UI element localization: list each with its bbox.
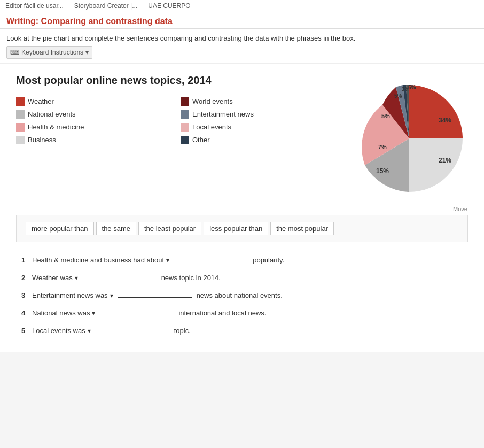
sentence-4-number: 4 bbox=[21, 309, 30, 317]
tab-editor: Editor fácil de usar... bbox=[5, 2, 64, 10]
sentence-4-drop-target[interactable] bbox=[99, 306, 174, 315]
national-events-color-box bbox=[16, 110, 25, 119]
page-title-bar: Writing: Comparing and contrasting data bbox=[0, 12, 484, 29]
other-label: Other bbox=[192, 136, 210, 144]
business-color-box bbox=[16, 136, 25, 144]
sentence-2-part1: Weather was bbox=[32, 274, 73, 282]
phrase-more-popular-than[interactable]: more popular than bbox=[26, 222, 94, 235]
entertainment-label: Entertainment news bbox=[192, 110, 254, 118]
phrase-bank: Move more popular than the same the leas… bbox=[16, 215, 468, 242]
world-events-label: World events bbox=[192, 97, 233, 105]
chart-title: Most popular online news topics, 2014 bbox=[16, 74, 334, 87]
sentence-1-part1: Health & medicine and business had about bbox=[32, 256, 164, 264]
local-events-color-box bbox=[181, 123, 189, 132]
chart-legend: Weather World events National events Ent… bbox=[16, 97, 334, 144]
pie-chart-svg: 34% 21% 15% 7% 5% 5% 3% 5% bbox=[350, 80, 468, 203]
sentence-5-part2: topic. bbox=[174, 327, 191, 335]
sentence-3-number: 3 bbox=[21, 291, 30, 299]
business-label: Business bbox=[28, 136, 56, 144]
sentences-section: 1 Health & medicine and business had abo… bbox=[16, 253, 468, 335]
label-34: 34% bbox=[439, 117, 451, 124]
sentence-1-dropdown-arrow[interactable]: ▾ bbox=[166, 257, 169, 264]
tab-uae: UAE CUERPO bbox=[148, 2, 190, 10]
top-bar: Editor fácil de usar... Storyboard Creat… bbox=[0, 0, 484, 12]
tab-storyboard: Storyboard Creator |... bbox=[74, 2, 138, 10]
sentence-row-3: 3 Entertainment news was ▾ news about na… bbox=[21, 288, 463, 299]
sentence-5-number: 5 bbox=[21, 327, 30, 335]
sentence-4-dropdown-arrow[interactable]: ▾ bbox=[92, 310, 95, 317]
sentence-2-part2: news topic in 2014. bbox=[161, 274, 221, 282]
legend-health: Health & medicine bbox=[16, 123, 170, 132]
sentence-3-drop-target[interactable] bbox=[118, 288, 192, 298]
local-events-label: Local events bbox=[192, 123, 231, 131]
legend-weather: Weather bbox=[16, 97, 170, 106]
label-5a: 5% bbox=[381, 113, 390, 119]
keyboard-instructions-toggle[interactable]: ⌨ Keyboard Instructions ▾ bbox=[6, 46, 92, 59]
entertainment-color-box bbox=[181, 110, 189, 119]
sentence-5-drop-target[interactable] bbox=[95, 323, 170, 333]
other-color-box bbox=[181, 136, 189, 144]
weather-color-box bbox=[16, 97, 25, 106]
phrase-less-popular-than[interactable]: less popular than bbox=[204, 222, 268, 235]
keyboard-icon: ⌨ bbox=[10, 48, 19, 57]
sentence-1-drop-target[interactable] bbox=[174, 253, 248, 262]
sentence-1-number: 1 bbox=[21, 256, 30, 264]
sentence-row-5: 5 Local events was ▾ topic. bbox=[21, 323, 463, 335]
phrase-least-popular[interactable]: the least popular bbox=[138, 222, 201, 235]
sentence-5-part1: Local events was bbox=[32, 327, 85, 335]
sentence-3-part1: Entertainment news was bbox=[32, 291, 108, 299]
health-color-box bbox=[16, 123, 25, 132]
label-7: 7% bbox=[378, 144, 387, 150]
legend-world-events: World events bbox=[181, 97, 334, 106]
chevron-down-icon: ▾ bbox=[85, 48, 89, 57]
chart-left: Most popular online news topics, 2014 We… bbox=[16, 74, 334, 144]
sentence-2-number: 2 bbox=[21, 274, 30, 282]
national-events-label: National events bbox=[28, 110, 76, 118]
sentence-row-4: 4 National news was ▾ international and … bbox=[21, 306, 463, 317]
sentence-row-2: 2 Weather was ▾ news topic in 2014. bbox=[21, 271, 463, 282]
chart-section: Most popular online news topics, 2014 We… bbox=[16, 74, 468, 204]
world-events-color-box bbox=[181, 97, 189, 106]
sentence-row-1: 1 Health & medicine and business had abo… bbox=[21, 253, 463, 264]
label-5b: 5% bbox=[394, 93, 402, 99]
pie-chart-container: 34% 21% 15% 7% 5% 5% 3% 5% bbox=[350, 80, 468, 204]
sentence-4-part1: National news was bbox=[32, 309, 90, 317]
sentence-3-dropdown-arrow[interactable]: ▾ bbox=[110, 292, 113, 299]
sentence-4-part2: international and local news. bbox=[178, 309, 266, 317]
legend-local-events: Local events bbox=[181, 123, 334, 132]
instructions-section: Look at the pie chart and complete the s… bbox=[0, 29, 484, 64]
legend-national-events: National events bbox=[16, 110, 170, 119]
health-label: Health & medicine bbox=[28, 123, 84, 131]
sentence-5-dropdown-arrow[interactable]: ▾ bbox=[88, 327, 91, 335]
label-5c: 5% bbox=[408, 84, 416, 90]
sentence-2-dropdown-arrow[interactable]: ▾ bbox=[75, 274, 78, 282]
sentence-2-drop-target[interactable] bbox=[82, 271, 157, 280]
move-label: Move bbox=[453, 206, 467, 212]
label-15: 15% bbox=[376, 167, 389, 175]
keyboard-label: Keyboard Instructions bbox=[21, 48, 83, 57]
weather-label: Weather bbox=[28, 97, 54, 105]
phrase-the-same[interactable]: the same bbox=[96, 222, 136, 235]
legend-other: Other bbox=[181, 136, 334, 144]
sentence-3-part2: news about national events. bbox=[197, 291, 283, 299]
page-title: Writing: Comparing and contrasting data bbox=[6, 17, 478, 26]
sentence-1-part2: popularity. bbox=[253, 256, 284, 264]
label-21: 21% bbox=[439, 157, 451, 164]
legend-entertainment: Entertainment news bbox=[181, 110, 334, 119]
phrase-most-popular[interactable]: the most popular bbox=[270, 222, 334, 235]
legend-business: Business bbox=[16, 136, 170, 144]
instructions-text: Look at the pie chart and complete the s… bbox=[6, 33, 478, 44]
